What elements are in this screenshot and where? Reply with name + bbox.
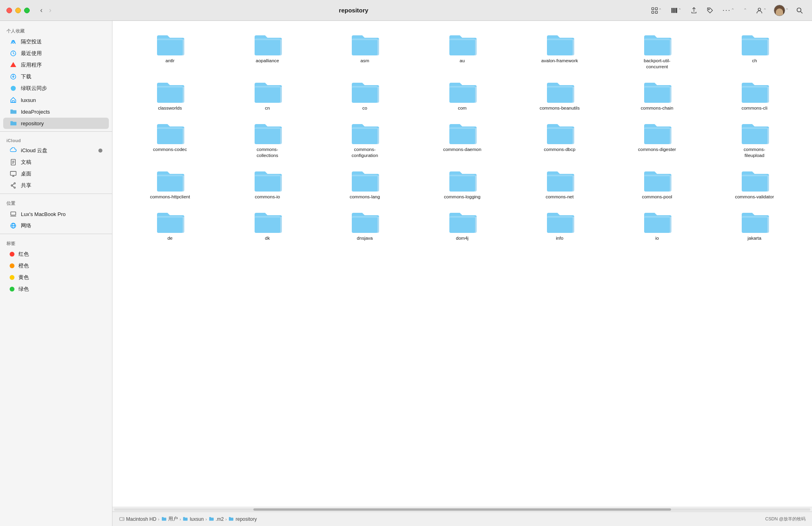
folder-item-commons-cli[interactable]: commons-cli — [706, 76, 802, 114]
more-button[interactable]: ··· ⌃ — [720, 4, 737, 16]
icon-view-button[interactable]: ⌃ — [649, 5, 664, 16]
folder-item-commons-daemon[interactable]: commons-daemon — [414, 118, 510, 162]
folder-label-commons-beanutils: commons-beanutils — [540, 105, 580, 111]
folder-item-dnsjava[interactable]: dnsjava — [317, 206, 413, 245]
folder-item-commons-configuration[interactable]: commons-configuration — [317, 118, 413, 162]
folder-item-commons-fileupload[interactable]: commons-fileupload — [706, 118, 802, 162]
svg-point-26 — [11, 185, 13, 186]
folder-item-backport-util-concurrent[interactable]: backport-util-concurrent — [609, 29, 705, 73]
sidebar-item-orange[interactable]: 橙色 — [3, 260, 109, 271]
svg-rect-38 — [352, 39, 377, 55]
folder-item-commons-validator[interactable]: commons-validator — [706, 165, 802, 203]
folder-item-jakarta[interactable]: jakarta — [706, 206, 802, 245]
dropdown-button[interactable]: ⌃ — [741, 6, 749, 14]
folder-item-aopalliance[interactable]: aopalliance — [220, 29, 316, 73]
folder-item-commons-lang[interactable]: commons-lang — [317, 165, 413, 203]
sidebar-item-luyun[interactable]: 绿联云同步 — [3, 83, 109, 94]
sidebar-item-share[interactable]: 共享 — [3, 180, 109, 191]
horizontal-scrollbar[interactable] — [112, 507, 812, 512]
folder-item-io[interactable]: io — [609, 206, 705, 245]
folder-item-dom4j[interactable]: dom4j — [414, 206, 510, 245]
maximize-button[interactable] — [24, 8, 30, 13]
folder-item-asm[interactable]: asm — [317, 29, 413, 73]
folder-item-commons-net[interactable]: commons-net — [512, 165, 608, 203]
breadcrumb-label-3: .m2 — [216, 516, 224, 522]
folder-item-classworlds[interactable]: classworlds — [122, 76, 218, 114]
back-button[interactable]: ‹ — [38, 5, 45, 15]
tag-button[interactable] — [704, 5, 716, 16]
sidebar-item-recents[interactable]: 最近使用 — [3, 48, 109, 59]
folder-item-commons-pool[interactable]: commons-pool — [609, 165, 705, 203]
folder-icon-ch — [740, 32, 769, 56]
breadcrumb-item-1[interactable]: 用户 — [161, 516, 178, 522]
folder-item-au[interactable]: au — [414, 29, 510, 73]
folder-item-commons-collections[interactable]: commons-collections — [220, 118, 316, 162]
sidebar-item-downloads[interactable]: 下载 — [3, 71, 109, 82]
folder-item-cn[interactable]: cn — [220, 76, 316, 114]
breadcrumb-label-0: Macintosh HD — [126, 516, 156, 522]
sidebar-item-docs[interactable]: 文稿 — [3, 157, 109, 168]
sidebar-item-red[interactable]: 红色 — [3, 249, 109, 260]
folder-item-antlr[interactable]: antlr — [122, 29, 218, 73]
forward-button[interactable]: › — [47, 5, 54, 15]
status-bar-right: CSDN @放羊的牧码 — [765, 516, 806, 522]
folder-item-commons-chain[interactable]: commons-chain — [609, 76, 705, 114]
folder-item-dk[interactable]: dk — [220, 206, 316, 245]
svg-rect-50 — [157, 127, 183, 144]
svg-rect-64 — [157, 216, 183, 233]
folder-item-commons-httpclient[interactable]: commons-httpclient — [122, 165, 218, 203]
sidebar-item-airdrop[interactable]: 隔空投送 — [3, 36, 109, 47]
folder-item-commons-io[interactable]: commons-io — [220, 165, 316, 203]
folder-icon-jakarta — [740, 210, 769, 234]
sidebar-item-macbook[interactable]: Lux's MacBook Pro — [3, 208, 109, 220]
svg-rect-46 — [449, 86, 475, 103]
sidebar-item-green[interactable]: 绿色 — [3, 283, 109, 295]
folder-item-com[interactable]: com — [414, 76, 510, 114]
svg-rect-42 — [742, 39, 767, 55]
breadcrumb-item-4[interactable]: repository — [229, 516, 257, 522]
columns-view-button[interactable]: ⌃ — [668, 5, 684, 16]
sidebar-item-desktop[interactable]: 桌面 — [3, 168, 109, 179]
minimize-button[interactable] — [15, 8, 21, 13]
account-button[interactable]: ⌃ — [753, 5, 769, 16]
airdrop-icon — [10, 38, 17, 45]
sidebar-item-ideaprojects[interactable]: IdeaProjects — [3, 106, 109, 117]
folder-item-commons-logging[interactable]: commons-logging — [414, 165, 510, 203]
sidebar-item-apps[interactable]: 应用程序 — [3, 59, 109, 71]
search-button[interactable] — [794, 5, 806, 16]
avatar-button[interactable]: ⌃ — [773, 4, 790, 17]
folder-label-antlr: antlr — [165, 58, 174, 64]
sidebar-label-downloads: 下载 — [21, 73, 31, 80]
breadcrumb-item-2[interactable]: luxsun — [183, 516, 204, 522]
breadcrumb-item-3[interactable]: .m2 — [208, 516, 224, 522]
svg-rect-41 — [644, 39, 670, 55]
share-button[interactable] — [688, 5, 700, 16]
folder-item-commons-dbcp[interactable]: commons-dbcp — [512, 118, 608, 162]
tag-dot-green — [10, 287, 14, 292]
sidebar-item-icloud[interactable]: iCloud 云盘 — [3, 145, 109, 156]
folder-item-co[interactable]: co — [317, 76, 413, 114]
close-button[interactable] — [6, 8, 12, 13]
home-icon — [10, 96, 17, 104]
folder-label-asm: asm — [361, 58, 369, 64]
sidebar-item-network[interactable]: 网络 — [3, 220, 109, 231]
sidebar-label-desktop: 桌面 — [21, 170, 31, 177]
folder-item-commons-beanutils[interactable]: commons-beanutils — [512, 76, 608, 114]
folder-item-avalon-framework[interactable]: avalon-framework — [512, 29, 608, 73]
folder-item-ch[interactable]: ch — [706, 29, 802, 73]
svg-rect-66 — [352, 216, 377, 233]
svg-line-11 — [801, 11, 803, 13]
doc-icon — [10, 159, 17, 166]
folder-item-commons-digester[interactable]: commons-digester — [609, 118, 705, 162]
breadcrumb-item-0[interactable]: Macintosh HD — [119, 516, 156, 522]
sidebar-item-luxsun[interactable]: luxsun — [3, 94, 109, 106]
folder-item-de[interactable]: de — [122, 206, 218, 245]
folder-item-info[interactable]: info — [512, 206, 608, 245]
folder-icon-aopalliance — [253, 32, 282, 56]
sidebar-item-repository[interactable]: repository — [3, 118, 109, 129]
sidebar-item-yellow[interactable]: 黄色 — [3, 272, 109, 283]
toolbar-right: ⌃ ⌃ ··· ⌃ — [649, 4, 806, 17]
folder-item-commons-codec[interactable]: commons-codec — [122, 118, 218, 162]
folder-label-aopalliance: aopalliance — [256, 58, 279, 64]
folder-icon — [10, 108, 17, 115]
